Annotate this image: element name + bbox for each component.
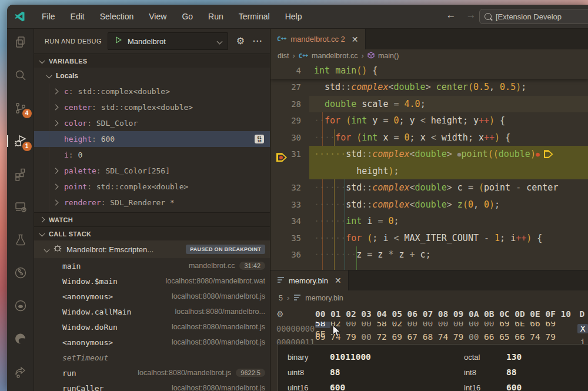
variable-row[interactable]: i: 0 [34, 147, 270, 163]
hex-byte[interactable]: 69 [499, 322, 514, 328]
code-line[interactable]: 29··for (int y = 0; y < height; y++) { [270, 112, 588, 129]
hex-byte[interactable]: 02 [392, 322, 407, 328]
menu-item-selection[interactable]: Selection [92, 9, 142, 24]
code-line[interactable]: 28 double scale = 4.0; [270, 96, 588, 113]
variable-row[interactable]: palette: SDL_Color[256] [34, 163, 270, 179]
hex-byte[interactable]: 74 [330, 332, 346, 342]
hex-byte[interactable]: 00 [453, 322, 469, 328]
code-line[interactable]: 36········z = z * z + c; [270, 246, 588, 263]
gear-icon[interactable]: ⚙ [236, 36, 245, 46]
callstack-frame[interactable]: <anonymous>localhost:8080/mandelbrot.js [34, 289, 270, 304]
code-line[interactable]: 35······for (; i < MAX_ITER_COUNT - 1; i… [270, 230, 588, 247]
hex-byte[interactable]: 00 [407, 322, 423, 328]
hex-byte[interactable]: 69 [392, 332, 407, 342]
hex-byte[interactable]: 00 [469, 322, 484, 328]
variable-row[interactable]: scale [34, 210, 270, 212]
menu-item-terminal[interactable]: Terminal [231, 9, 278, 24]
hex-byte[interactable]: 67 [407, 332, 423, 342]
breadcrumb-file[interactable]: memory.bin [305, 294, 343, 302]
hex-byte[interactable]: 00 [423, 322, 438, 328]
hex-byte[interactable]: 58 [315, 322, 330, 328]
menu-item-go[interactable]: Go [174, 9, 201, 24]
callstack-frame[interactable]: <anonymous>localhost:8080/mandelbrot.js [34, 335, 270, 350]
github-icon[interactable] [14, 299, 28, 313]
tab-memory-bin[interactable]: memory.bin ✕ [270, 270, 349, 290]
hex-byte[interactable]: 00 [484, 322, 499, 328]
hex-byte[interactable]: 66 [530, 322, 545, 328]
close-icon[interactable]: ✕ [352, 35, 359, 44]
hex-byte[interactable]: 79 [545, 332, 560, 342]
run-debug-icon[interactable]: 1 [14, 134, 28, 148]
hex-byte[interactable]: 02 [330, 322, 346, 328]
view-binary-data-icon[interactable]: 0110 [255, 135, 264, 143]
code-line[interactable]: height); [270, 163, 588, 180]
hex-byte[interactable]: 79 [453, 332, 469, 342]
menu-item-view[interactable]: View [141, 9, 174, 24]
breadcrumb-folder[interactable]: dist [278, 52, 289, 60]
launch-config-dropdown[interactable]: Mandelbrot [108, 32, 228, 50]
hex-byte[interactable]: 79 [346, 332, 361, 342]
source-control-icon[interactable]: 4 [14, 101, 28, 115]
hex-byte[interactable]: 74 [438, 332, 453, 342]
variable-row[interactable]: color: SDL_Color [34, 115, 270, 131]
hex-byte[interactable]: 74 [530, 332, 545, 342]
hex-byte[interactable]: 00 [438, 322, 453, 328]
decoded-char[interactable]: X [577, 324, 588, 333]
code-line[interactable]: 32······std::complex<double> c = (point … [270, 179, 588, 196]
testing-icon[interactable] [14, 233, 28, 247]
variables-section-header[interactable]: VARIABLES [34, 54, 270, 68]
hex-byte[interactable]: 00 [346, 322, 361, 328]
callstack-frame[interactable]: runCallerlocalhost:8080/mandelbrot.js [34, 380, 270, 391]
callstack-frame[interactable]: Window.callMainlocalhost:8080/mandelbro.… [34, 304, 270, 319]
menu-item-edit[interactable]: Edit [63, 9, 92, 24]
menu-item-file[interactable]: File [34, 9, 63, 24]
variable-row[interactable]: center: std::complex<double> [34, 99, 270, 115]
variable-row[interactable]: renderer: SDL_Renderer * [34, 195, 270, 210]
hex-byte[interactable]: 00 [469, 332, 484, 342]
hex-settings-gear-icon[interactable]: ⚙ [270, 309, 315, 319]
locals-scope-row[interactable]: Locals [34, 68, 270, 83]
debug-thread-row[interactable]: Mandelbrot: Emscripten... PAUSED ON BREA… [34, 240, 270, 258]
hex-byte[interactable]: 00 [361, 332, 376, 342]
callstack-frame[interactable]: runlocalhost:8080/mandelbrot.js9622:5 [34, 365, 270, 380]
explorer-icon[interactable] [14, 35, 28, 49]
code-line[interactable]: 27 std::complex<double> center(0.5, 0.5)… [270, 79, 588, 96]
hex-byte[interactable]: 66 [514, 332, 530, 342]
code-editor[interactable]: 4 int main() { 27 std::complex<double> c… [270, 62, 588, 270]
breakpoint-current-line-icon[interactable] [276, 153, 287, 162]
scm-graph-icon[interactable] [14, 266, 28, 280]
breadcrumb-folder[interactable]: 5 [279, 294, 283, 302]
sticky-scroll-line[interactable]: 4 int main() { [270, 62, 588, 79]
callstack-frame[interactable]: setTimeout [34, 350, 270, 365]
code-line[interactable]: 33······std::complex<double> z(0, 0); [270, 196, 588, 213]
hex-byte[interactable]: 69 [545, 322, 560, 328]
callstack-frame[interactable]: mainmandelbrot.cc31:42 [34, 258, 270, 273]
variable-row[interactable]: height: 6000110 [34, 131, 270, 147]
hex-byte[interactable]: 00 [361, 322, 376, 328]
hex-byte[interactable]: 58 [376, 322, 392, 328]
callstack-frame[interactable]: Window.$mainlocalhost:8080/mandelbrot.wa… [34, 273, 270, 289]
code-line[interactable]: 30····for (int x = 0; x < width; x++) { [270, 129, 588, 146]
menu-item-help[interactable]: Help [278, 9, 310, 24]
close-icon[interactable]: ✕ [335, 276, 342, 285]
callstack-frame[interactable]: Window.doRunlocalhost:8080/mandelbrot.js [34, 319, 270, 335]
navigate-back-icon[interactable]: ← [444, 9, 458, 21]
start-debug-icon[interactable] [114, 36, 122, 46]
more-actions-icon[interactable]: ··· [253, 37, 263, 45]
menu-item-run[interactable]: Run [201, 9, 231, 24]
variable-row[interactable]: c: std::complex<double> [34, 83, 270, 99]
breadcrumb-symbol[interactable]: main() [378, 52, 399, 60]
code-line[interactable]: 31······std::complex<double> ●point((dou… [270, 146, 588, 163]
edge-browser-icon[interactable] [14, 332, 28, 346]
remote-explorer-icon[interactable] [14, 200, 28, 214]
live-share-icon[interactable] [14, 365, 28, 379]
hex-byte[interactable]: 69 [315, 332, 330, 342]
callstack-section-header[interactable]: CALL STACK [34, 226, 270, 240]
tab-mandelbrot-cc[interactable]: C++ mandelbrot.cc 2 ✕ [270, 29, 366, 49]
watch-section-header[interactable]: WATCH [34, 212, 270, 226]
hex-byte[interactable]: 68 [423, 332, 438, 342]
search-sidebar-icon[interactable] [14, 68, 28, 82]
command-center-search[interactable]: [Extension Develop [479, 9, 588, 24]
breadcrumb-file[interactable]: mandelbrot.cc [312, 52, 358, 60]
hex-byte[interactable]: 66 [484, 332, 499, 342]
